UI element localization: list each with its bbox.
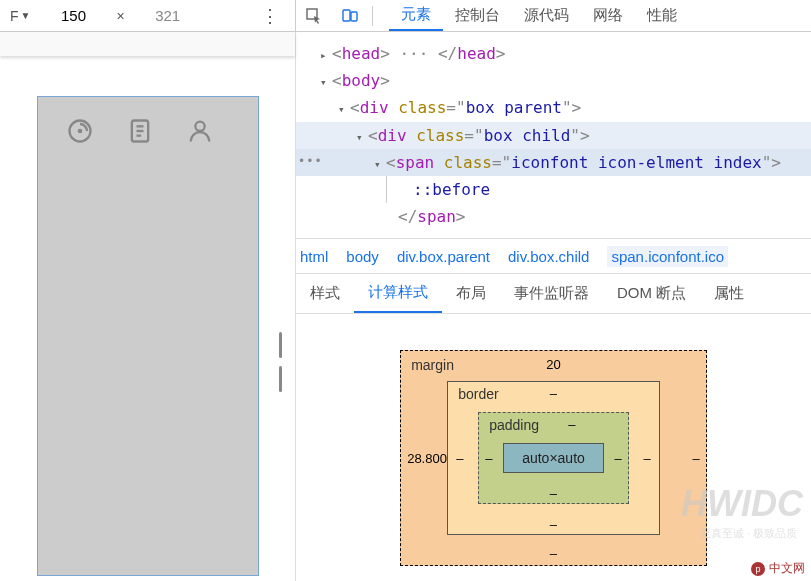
dom-node[interactable]: ▾<div class="box parent"> — [296, 94, 811, 121]
breadcrumb-selected[interactable]: span.iconfont.ico — [607, 246, 728, 267]
tab-sources[interactable]: 源代码 — [512, 0, 581, 31]
breadcrumb-child[interactable]: div.box.child — [508, 248, 589, 265]
padding-left-value: – — [485, 451, 492, 466]
device-frame[interactable] — [37, 96, 259, 576]
border-top-value: – — [550, 386, 557, 401]
box-model-padding[interactable]: padding – – – – auto×auto — [478, 412, 629, 504]
svg-point-9 — [195, 122, 204, 131]
breadcrumb-html[interactable]: html — [300, 248, 328, 265]
dom-node[interactable]: •••▾<span class="iconfont icon-elment in… — [296, 149, 811, 176]
margin-right-value: – — [693, 451, 700, 466]
dom-node[interactable]: ▸<head> ··· </head> — [296, 40, 811, 67]
viewport-height-input[interactable] — [131, 4, 205, 28]
svg-rect-2 — [351, 12, 357, 21]
margin-left-value: 28.800 — [407, 451, 447, 466]
tab-computed[interactable]: 计算样式 — [354, 274, 442, 313]
box-model-content[interactable]: auto×auto — [503, 443, 604, 473]
box-model-border[interactable]: border – – – – padding – – – – auto×auto — [447, 381, 660, 535]
logo-glyph: p — [751, 562, 765, 576]
padding-top-value: – — [568, 417, 575, 432]
dom-node[interactable]: </span> — [296, 203, 811, 230]
chevron-down-icon: ▼ — [21, 10, 31, 21]
dom-node[interactable]: ::before — [296, 176, 811, 203]
border-label: border — [458, 386, 498, 402]
tab-performance[interactable]: 性能 — [635, 0, 689, 31]
dimension-separator: × — [110, 8, 130, 24]
tab-listeners[interactable]: 事件监听器 — [500, 274, 603, 313]
device-preview-pane — [0, 32, 296, 581]
element-logo-icon — [66, 117, 94, 145]
styles-tabs: 样式 计算样式 布局 事件监听器 DOM 断点 属性 — [296, 274, 811, 314]
box-model-margin[interactable]: margin 20 28.800 – – border – – – – padd… — [400, 350, 707, 566]
panel-tabs: 元素 控制台 源代码 网络 性能 — [389, 0, 689, 31]
logo-badge: p 中文网 — [751, 560, 805, 577]
user-icon — [186, 117, 214, 145]
breadcrumb: html body div.box.parent div.box.child s… — [296, 238, 811, 274]
document-icon — [126, 117, 154, 145]
inspect-element-icon[interactable] — [304, 6, 324, 26]
tab-dom-breakpoints[interactable]: DOM 断点 — [603, 274, 700, 313]
tab-console[interactable]: 控制台 — [443, 0, 512, 31]
tab-elements[interactable]: 元素 — [389, 0, 443, 31]
border-bottom-value: – — [550, 517, 557, 532]
device-toggle-icon[interactable] — [340, 6, 360, 26]
device-dropdown[interactable]: F ▼ — [0, 8, 36, 24]
breadcrumb-body[interactable]: body — [346, 248, 379, 265]
top-toolbar: F ▼ × ⋮ 元素 控制台 源代码 网络 性能 — [0, 0, 811, 32]
padding-label: padding — [489, 417, 539, 433]
tab-layout[interactable]: 布局 — [442, 274, 500, 313]
padding-bottom-value: – — [550, 486, 557, 501]
tab-properties[interactable]: 属性 — [700, 274, 758, 313]
margin-top-value: 20 — [546, 357, 560, 372]
tab-styles[interactable]: 样式 — [296, 274, 354, 313]
border-right-value: – — [644, 451, 651, 466]
device-letter: F — [10, 8, 19, 24]
box-model-diagram: margin 20 28.800 – – border – – – – padd… — [296, 314, 811, 581]
logo-text: 中文网 — [769, 560, 805, 577]
margin-bottom-value: – — [550, 546, 557, 561]
padding-right-value: – — [615, 451, 622, 466]
svg-rect-1 — [343, 10, 350, 21]
dom-tree[interactable]: ▸<head> ··· </head>▾<body>▾<div class="b… — [296, 32, 811, 238]
border-left-value: – — [456, 451, 463, 466]
watermark-sub: 至真至诚 · 极致品质 — [700, 526, 797, 541]
margin-label: margin — [411, 357, 454, 373]
resize-handle[interactable] — [279, 332, 287, 392]
viewport-width-input[interactable] — [36, 4, 110, 28]
dom-node[interactable]: ▾<body> — [296, 67, 811, 94]
more-menu-icon[interactable]: ⋮ — [245, 5, 295, 27]
svg-point-4 — [77, 129, 82, 134]
dom-node[interactable]: ▾<div class="box child"> — [296, 122, 811, 149]
tab-network[interactable]: 网络 — [581, 0, 635, 31]
breadcrumb-parent[interactable]: div.box.parent — [397, 248, 490, 265]
